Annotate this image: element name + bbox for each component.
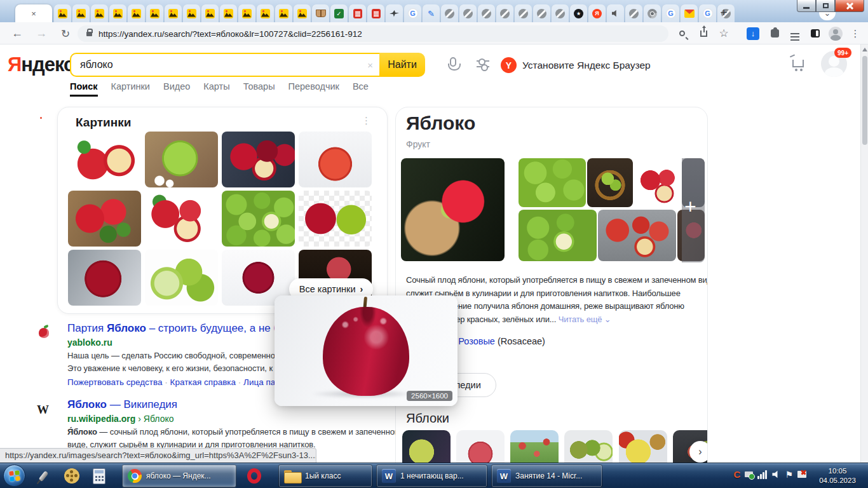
- opera-icon[interactable]: [245, 466, 264, 485]
- related-thumbnail[interactable]: [510, 430, 559, 463]
- profile-avatar[interactable]: [826, 22, 845, 44]
- plus-icon[interactable]: +: [684, 195, 696, 219]
- tab-chrome[interactable]: [643, 4, 661, 22]
- card-menu-dots-icon[interactable]: ⋮: [362, 115, 371, 126]
- tab-blocked[interactable]: [625, 4, 642, 22]
- tab-search[interactable]: Поиск: [70, 81, 98, 97]
- related-thumbnail[interactable]: [456, 430, 505, 463]
- tab-google[interactable]: G: [403, 4, 421, 22]
- tab-maps[interactable]: Карты: [203, 81, 229, 97]
- tab-blocked[interactable]: [514, 4, 532, 22]
- tab-video[interactable]: Видео: [163, 81, 190, 97]
- back-button[interactable]: ←: [8, 22, 27, 44]
- panel-image[interactable]: [634, 158, 681, 207]
- carousel-next-button[interactable]: ›: [689, 441, 708, 463]
- tab-yandex-images[interactable]: [293, 4, 311, 22]
- taskbar-word-task-2[interactable]: W Занятие 14 - Micr...: [491, 464, 602, 487]
- tab-blocked[interactable]: [477, 4, 495, 22]
- panel-image[interactable]: [598, 210, 676, 261]
- active-tab[interactable]: ×: [15, 4, 52, 22]
- search-box[interactable]: ×: [70, 53, 379, 77]
- tab-speaker[interactable]: [606, 4, 624, 22]
- taskbar-chrome-task[interactable]: яблоко — Яндек...: [122, 464, 236, 487]
- action-center-flag-icon[interactable]: ⚑: [785, 470, 793, 480]
- clear-icon[interactable]: ×: [367, 60, 373, 71]
- start-button[interactable]: [3, 464, 25, 487]
- download-icon[interactable]: ↓: [743, 22, 763, 44]
- ccleaner-icon[interactable]: C: [734, 469, 741, 480]
- tab-pencil[interactable]: ✎: [422, 4, 440, 22]
- sitelink[interactable]: Краткая справка: [170, 377, 236, 387]
- forward-button[interactable]: →: [32, 22, 51, 44]
- tab-yandex-images[interactable]: [238, 4, 255, 22]
- tab-yandex-images[interactable]: [72, 4, 90, 22]
- reading-list-icon[interactable]: [785, 22, 804, 44]
- close-button[interactable]: [835, 0, 864, 12]
- tab-yandex-images[interactable]: [109, 4, 126, 22]
- tab-all[interactable]: Все: [353, 81, 369, 97]
- image-thumbnail[interactable]: [68, 250, 141, 306]
- related-thumbnail[interactable]: [402, 430, 451, 463]
- tab-yandex-images[interactable]: [256, 4, 274, 22]
- new-tab-button[interactable]: +: [714, 4, 733, 21]
- tab-red-doc[interactable]: [348, 4, 366, 22]
- tab-blocked[interactable]: [459, 4, 477, 22]
- reload-button[interactable]: ↻: [56, 22, 75, 44]
- tab-blocked[interactable]: [440, 4, 458, 22]
- panel-image[interactable]: [519, 158, 586, 207]
- image-thumbnail[interactable]: [299, 132, 372, 187]
- tab-checkmark[interactable]: ✓: [330, 4, 348, 22]
- tab-red-doc[interactable]: [367, 4, 384, 22]
- filter-settings-icon[interactable]: [477, 60, 489, 62]
- image-thumbnail[interactable]: [145, 250, 218, 306]
- sidebar-icon[interactable]: [806, 22, 825, 44]
- scrollbar-thumb[interactable]: [862, 56, 867, 145]
- image-thumbnail[interactable]: [222, 191, 295, 247]
- tab-google[interactable]: G: [661, 4, 679, 22]
- family-link[interactable]: Розовые: [458, 336, 495, 346]
- tab-translate[interactable]: Переводчик: [288, 81, 339, 97]
- result-url[interactable]: ru.wikipedia.org › Яблоко: [67, 414, 173, 424]
- tab-yandex-images[interactable]: [201, 4, 219, 22]
- volume-icon[interactable]: [772, 470, 780, 478]
- find-button[interactable]: Найти: [379, 53, 425, 77]
- tab-yandex[interactable]: Я: [588, 4, 606, 22]
- media-player-icon[interactable]: [64, 468, 80, 484]
- taskbar-folder-task[interactable]: 1ый класс: [278, 464, 372, 487]
- result-url[interactable]: yabloko.ru: [67, 337, 112, 348]
- tab-close-icon[interactable]: ×: [31, 9, 36, 18]
- bookmark-star-icon[interactable]: ☆: [714, 22, 733, 44]
- extensions-icon[interactable]: [765, 22, 784, 44]
- tab-google[interactable]: G: [698, 4, 716, 22]
- restore-button[interactable]: [816, 0, 835, 12]
- image-thumbnail[interactable]: [68, 191, 141, 247]
- address-bar[interactable]: https://yandex.ru/search/?text=яблоко&lr…: [78, 25, 668, 42]
- image-thumbnail[interactable]: [145, 132, 218, 187]
- result-title[interactable]: Яблоко — Википедия: [67, 398, 177, 411]
- panel-image[interactable]: [519, 210, 597, 261]
- tab-bird[interactable]: [385, 4, 403, 22]
- image-thumbnail[interactable]: [299, 191, 372, 247]
- tab-mail[interactable]: [680, 4, 698, 22]
- images-card-title[interactable]: Картинки: [76, 116, 131, 130]
- taskbar-word-task-1[interactable]: W 1 нечитающ вар...: [376, 464, 487, 487]
- image-thumbnail[interactable]: [68, 132, 141, 187]
- panel-image[interactable]: [401, 158, 505, 261]
- tab-yandex-images[interactable]: [164, 4, 182, 22]
- zoom-icon[interactable]: [672, 22, 691, 44]
- scroll-up-arrow-icon[interactable]: [862, 48, 867, 51]
- read-more-link[interactable]: Читать ещё ⌄: [559, 315, 611, 324]
- tab-goods[interactable]: Товары: [243, 81, 275, 97]
- image-preview-popup[interactable]: 2560×1600: [275, 295, 458, 406]
- image-thumbnail[interactable]: [145, 191, 218, 247]
- install-browser-link[interactable]: Установите Яндекс Браузер: [522, 60, 651, 71]
- yandex-browser-badge-icon[interactable]: Y: [501, 57, 517, 73]
- voice-search-icon[interactable]: [450, 57, 456, 67]
- tab-blocked[interactable]: [532, 4, 550, 22]
- tab-yandex-images[interactable]: [53, 4, 71, 22]
- menu-dots-icon[interactable]: ⋮: [848, 22, 863, 44]
- tab-yandex-images[interactable]: [219, 4, 237, 22]
- tab-images[interactable]: Картинки: [111, 81, 150, 97]
- yandex-logo[interactable]: Яндекс: [8, 53, 74, 76]
- tab-yandex-images[interactable]: [182, 4, 200, 22]
